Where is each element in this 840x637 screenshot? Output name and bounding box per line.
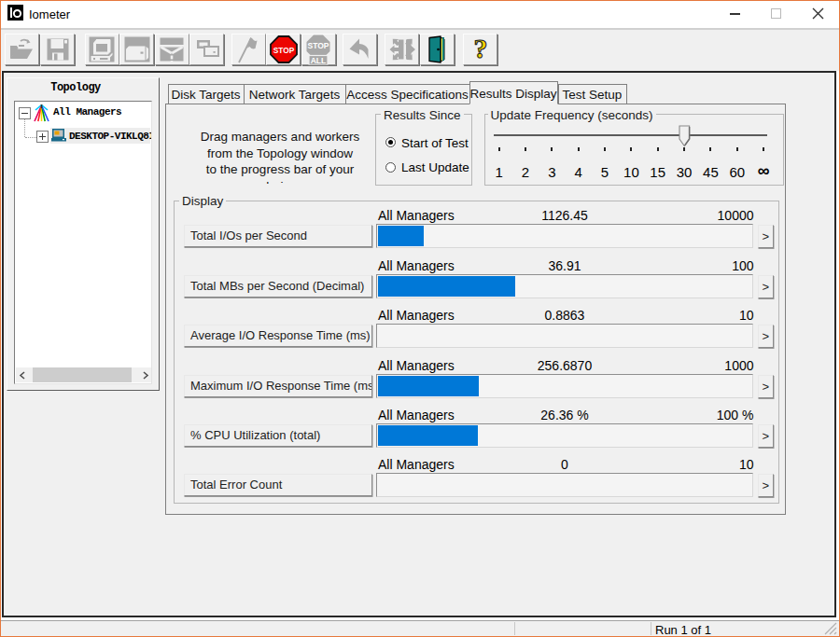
svg-text:STOP: STOP — [273, 46, 294, 55]
svg-text:?: ? — [473, 35, 487, 63]
svg-text:ALL: ALL — [311, 56, 327, 65]
svg-text:STOP: STOP — [308, 41, 329, 50]
